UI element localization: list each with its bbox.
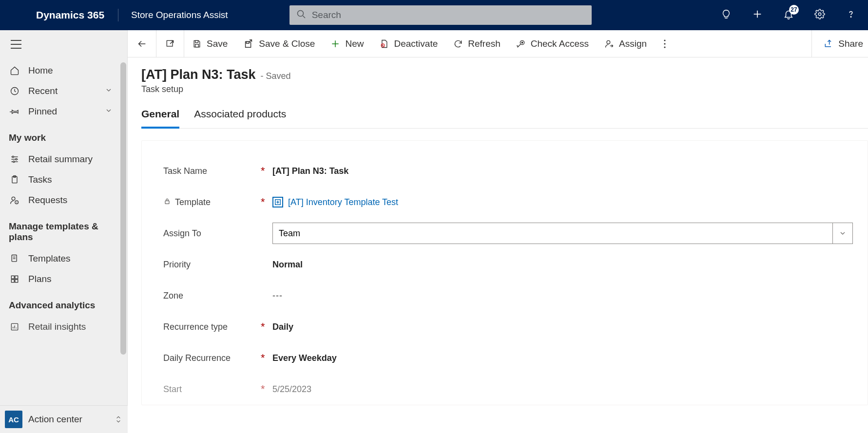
field-label: Task Name (163, 166, 207, 176)
assign-button[interactable]: Assign (597, 30, 655, 57)
nav-section-manage: Manage templates & plans (0, 210, 127, 248)
nav-label: Plans (28, 274, 52, 284)
save-status: - Saved (261, 71, 291, 81)
cmd-label: Share (838, 38, 863, 49)
add-icon[interactable] (752, 9, 763, 21)
check-access-button[interactable]: Check Access (508, 30, 597, 57)
svg-point-13 (12, 156, 14, 157)
nav-item-home[interactable]: Home (0, 60, 127, 81)
svg-point-49 (664, 46, 666, 48)
field-start[interactable]: Start * 5/25/2023 (163, 374, 853, 405)
chevron-down-icon (832, 223, 847, 244)
field-zone[interactable]: Zone --- (163, 280, 853, 311)
svg-point-5 (850, 17, 851, 17)
share-button[interactable]: Share (811, 30, 868, 57)
notification-badge: 27 (789, 5, 799, 15)
required-indicator: * (261, 196, 272, 208)
main-content: [AT] Plan N3: Task - Saved Task setup Ge… (128, 57, 868, 433)
form-section: Task Name * [AT] Plan N3: Task Template … (141, 140, 868, 405)
nav-label: Tasks (28, 174, 52, 185)
svg-rect-35 (195, 40, 198, 42)
svg-rect-24 (11, 276, 14, 279)
nav-item-retail-insights[interactable]: Retail insights (0, 317, 127, 337)
field-recurrence-type[interactable]: Recurrence type * Daily (163, 311, 853, 342)
field-template[interactable]: Template * [AT] Inventory Template Test (163, 187, 853, 218)
field-label: Template (175, 197, 211, 207)
save-close-button[interactable]: Save & Close (235, 30, 323, 57)
overflow-button[interactable] (655, 30, 675, 57)
svg-rect-37 (247, 41, 250, 43)
nav-section-mywork: My work (0, 122, 127, 149)
scrollbar[interactable] (120, 62, 126, 355)
svg-point-48 (664, 43, 666, 44)
field-label: Start (163, 384, 182, 395)
select-assign-to[interactable]: Team (272, 223, 853, 244)
global-header: Dynamics 365 Store Operations Assist Sea… (0, 0, 868, 30)
switcher-badge: AC (5, 411, 22, 428)
cmd-label: Save (207, 38, 228, 49)
brand-title[interactable]: Dynamics 365 (0, 9, 118, 21)
help-icon[interactable] (846, 9, 856, 21)
svg-point-15 (13, 161, 15, 162)
field-task-name[interactable]: Task Name * [AT] Plan N3: Task (163, 155, 853, 187)
svg-rect-26 (11, 280, 14, 282)
back-button[interactable] (128, 30, 156, 57)
global-search[interactable]: Search (289, 5, 592, 25)
notification-icon[interactable]: 27 (783, 9, 794, 21)
required-indicator: * (261, 165, 272, 177)
field-daily-recurrence[interactable]: Daily Recurrence * Every Weekday (163, 342, 853, 374)
nav-item-recent[interactable]: Recent (0, 81, 127, 101)
switcher-label: Action center (28, 414, 109, 425)
settings-icon[interactable] (814, 9, 825, 21)
field-value: 5/25/2023 (272, 384, 311, 395)
svg-rect-36 (195, 44, 199, 47)
lightbulb-icon[interactable] (721, 9, 732, 21)
form-tabs: General Associated products (141, 108, 868, 129)
nav-toggle[interactable] (0, 30, 127, 60)
nav-item-retail-summary[interactable]: Retail summary (0, 149, 127, 169)
nav-label: Requests (28, 195, 67, 206)
lookup-value[interactable]: [AT] Inventory Template Test (272, 197, 398, 207)
app-name[interactable]: Store Operations Assist (118, 10, 241, 20)
pin-icon (10, 107, 19, 116)
nav-item-tasks[interactable]: Tasks (0, 169, 127, 190)
svg-rect-33 (167, 40, 173, 46)
nav-item-pinned[interactable]: Pinned (0, 101, 127, 122)
refresh-button[interactable]: Refresh (445, 30, 508, 57)
svg-rect-51 (165, 201, 169, 204)
grid-icon (10, 274, 19, 284)
field-value: Daily (272, 322, 293, 332)
tab-associated-products[interactable]: Associated products (194, 108, 286, 128)
field-label: Recurrence type (163, 322, 228, 332)
cmd-label: Save & Close (259, 38, 315, 49)
entity-name: Task setup (141, 84, 868, 94)
nav-label: Retail summary (28, 154, 93, 165)
field-value: [AT] Plan N3: Task (272, 166, 348, 176)
entity-icon (272, 197, 283, 207)
required-indicator: * (261, 320, 272, 333)
nav-item-requests[interactable]: ? Requests (0, 190, 127, 210)
record-title: [AT] Plan N3: Task (141, 67, 256, 82)
save-button[interactable]: Save (184, 30, 235, 57)
nav-item-plans[interactable]: Plans (0, 269, 127, 289)
chevron-up-down-icon (115, 415, 122, 423)
cmd-label: Deactivate (394, 38, 438, 49)
field-assign-to[interactable]: Assign To Team (163, 218, 853, 249)
svg-point-0 (297, 11, 303, 17)
tab-general[interactable]: General (141, 108, 179, 129)
svg-rect-21 (12, 255, 17, 262)
search-icon (296, 9, 312, 21)
chevron-down-icon (105, 106, 117, 117)
svg-rect-25 (15, 276, 18, 279)
field-value: --- (272, 291, 283, 301)
sliders-icon (10, 154, 19, 164)
nav-item-templates[interactable]: Templates (0, 248, 127, 269)
svg-point-4 (818, 13, 821, 16)
app-area-switcher[interactable]: AC Action center (0, 405, 128, 433)
new-button[interactable]: New (323, 30, 371, 57)
popout-button[interactable] (156, 30, 184, 57)
cmd-label: New (345, 38, 364, 49)
field-priority[interactable]: Priority Normal (163, 249, 853, 280)
deactivate-button[interactable]: Deactivate (371, 30, 445, 57)
lock-icon (163, 197, 171, 207)
